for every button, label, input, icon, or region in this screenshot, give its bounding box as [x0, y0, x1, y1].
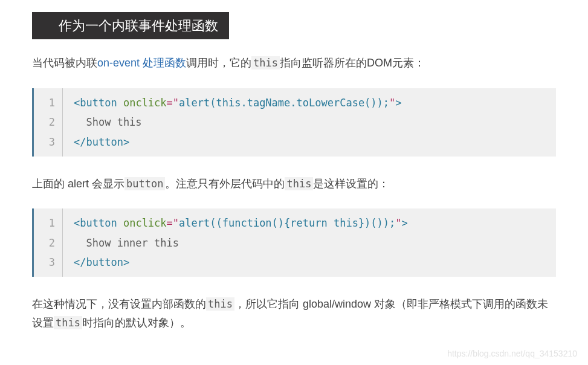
line-numbers: 1 2 3 — [34, 208, 63, 277]
attr-value: alert(this.tagName.toLowerCase()); — [179, 97, 389, 109]
punct: = — [167, 217, 173, 229]
punct: = — [167, 97, 173, 109]
tag-close: > — [395, 97, 401, 109]
quote: " — [173, 97, 179, 109]
paragraph-1: 当代码被内联on-event 处理函数调用时，它的this指向监听器所在的DOM… — [32, 54, 556, 73]
tag-open: < — [74, 217, 80, 229]
code-content: <button onclick="alert(this.tagName.toLo… — [63, 88, 402, 157]
tag-name: button — [80, 217, 117, 229]
paragraph-3: 在这种情况下，没有设置内部函数的this，所以它指向 global/window… — [32, 295, 556, 332]
tag-name: button — [86, 136, 123, 148]
tag-name: button — [80, 97, 117, 109]
watermark: https://blog.csdn.net/qq_34153210 — [447, 347, 577, 361]
line-number: 2 — [34, 112, 62, 132]
text: 调用时，它的 — [186, 57, 251, 69]
code-content: <button onclick="alert((function(){retur… — [63, 208, 408, 277]
on-event-link[interactable]: on-event 处理函数 — [97, 57, 186, 69]
code-line: </button> — [74, 253, 408, 272]
text: 在这种情况下，没有设置内部函数的 — [32, 298, 206, 310]
inline-code-button: button — [124, 177, 165, 190]
code-line: Show this — [74, 112, 402, 132]
text: 是这样设置的： — [313, 178, 389, 190]
attr-name: onclick — [123, 217, 167, 229]
text: 指向监听器所在的DOM元素： — [280, 57, 425, 69]
quote: " — [173, 217, 179, 229]
attr-name: onclick — [123, 97, 167, 109]
tag-close: > — [402, 217, 408, 229]
tag-close: > — [123, 136, 129, 148]
code-block-2: 1 2 3 <button onclick="alert((function()… — [32, 208, 556, 277]
attr-value: alert((function(){return this})()); — [179, 217, 395, 229]
text: 时指向的默认对象）。 — [82, 317, 191, 329]
line-number: 3 — [34, 253, 62, 272]
code-line: Show inner this — [74, 233, 408, 253]
code-line: <button onclick="alert(this.tagName.toLo… — [74, 93, 402, 112]
text: 上面的 alert 会显示 — [32, 178, 124, 190]
line-number: 2 — [34, 233, 62, 253]
line-number: 3 — [34, 132, 62, 152]
tag-close: > — [123, 256, 129, 268]
inline-code-this: this — [251, 56, 280, 69]
paragraph-2: 上面的 alert 会显示button。注意只有外层代码中的this是这样设置的… — [32, 175, 556, 193]
quote: " — [389, 97, 395, 109]
text: 当代码被内联 — [32, 57, 97, 69]
inline-code-this: this — [206, 297, 234, 311]
code-line: </button> — [74, 132, 402, 152]
line-number: 1 — [34, 93, 62, 112]
tag-open: </ — [74, 256, 86, 268]
tag-name: button — [86, 256, 123, 268]
code-line: <button onclick="alert((function(){retur… — [74, 213, 408, 233]
tag-open: </ — [74, 136, 86, 148]
section-heading: 作为一个内联事件处理函数 — [32, 12, 229, 39]
quote: " — [395, 217, 401, 229]
tag-open: < — [74, 97, 80, 109]
inline-code-this: this — [54, 316, 82, 329]
line-number: 1 — [34, 213, 62, 233]
text: 。注意只有外层代码中的 — [165, 178, 285, 190]
inline-code-this: this — [285, 177, 313, 190]
code-block-1: 1 2 3 <button onclick="alert(this.tagNam… — [32, 88, 556, 157]
line-numbers: 1 2 3 — [34, 88, 63, 157]
